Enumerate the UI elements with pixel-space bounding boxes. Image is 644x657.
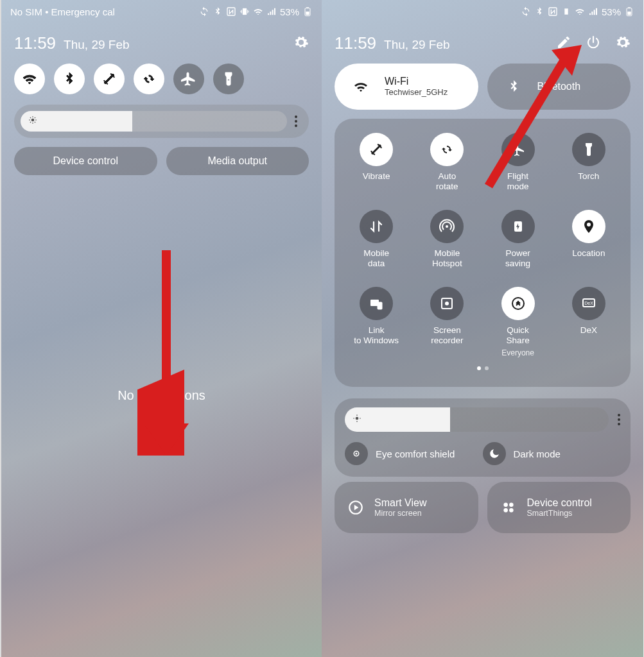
tile-auto-rotate[interactable]: Autorotate	[412, 133, 482, 192]
tile-label: DeX	[580, 325, 597, 346]
tile-icon	[501, 133, 535, 166]
vibrate-toggle[interactable]	[94, 64, 125, 94]
tile-subtitle: Everyone	[501, 348, 534, 357]
battery-icon	[624, 6, 634, 17]
tile-label: Screenrecorder	[431, 325, 463, 346]
tile-icon	[430, 133, 464, 166]
datetime-row: 11:59 Thu, 29 Feb	[1, 21, 322, 64]
bluetooth-status-icon	[534, 6, 544, 17]
device-control-title: Device control	[527, 497, 592, 509]
tile-label: MobileHotspot	[432, 248, 462, 269]
clock-time: 11:59	[335, 33, 376, 53]
tile-mobile-hotspot[interactable]: MobileHotspot	[412, 210, 482, 269]
clock-date: Thu, 29 Feb	[64, 38, 129, 52]
brightness-icon	[352, 414, 361, 425]
flight-mode-toggle[interactable]	[173, 64, 204, 94]
brightness-slider[interactable]	[345, 407, 609, 432]
sync-icon	[521, 6, 531, 17]
brightness-slider[interactable]	[21, 111, 287, 132]
smart-view-card[interactable]: Smart ViewMirror screen	[335, 482, 478, 533]
phone-right: 53% 11:59 Thu, 29 Feb Wi-Fi Techwiser_5G…	[322, 0, 643, 657]
status-bar: No SIM • Emergency cal 53%	[1, 0, 322, 21]
nfc-icon	[226, 6, 236, 17]
svg-rect-16	[564, 8, 568, 14]
quick-settings-panel: VibrateAutorotateFlightmodeTorchMobileda…	[335, 119, 631, 387]
sync-icon	[199, 6, 209, 17]
tile-quick-share[interactable]: QuickShareEveryone	[483, 287, 553, 357]
tile-torch[interactable]: Torch	[553, 133, 624, 192]
tile-icon: DeX	[572, 287, 605, 320]
vibrate-status-icon	[561, 6, 571, 17]
svg-point-37	[503, 502, 508, 507]
device-control-button[interactable]: Device control	[14, 147, 157, 175]
tile-vibrate[interactable]: Vibrate	[341, 133, 412, 192]
torch-toggle[interactable]	[213, 64, 244, 94]
tile-icon	[430, 287, 464, 320]
tile-mobile-data[interactable]: Mobiledata	[341, 210, 412, 269]
datetime-row: 11:59 Thu, 29 Feb	[322, 21, 643, 64]
settings-button[interactable]	[615, 35, 631, 53]
settings-button[interactable]	[293, 35, 309, 53]
tile-location[interactable]: Location	[553, 210, 624, 269]
svg-point-38	[509, 502, 514, 507]
media-output-button[interactable]: Media output	[166, 147, 309, 175]
brightness-more-button[interactable]	[618, 414, 620, 425]
tile-icon	[572, 133, 605, 166]
tile-label: Powersaving	[505, 248, 530, 269]
bluetooth-icon	[499, 72, 528, 101]
tile-label: Torch	[578, 171, 599, 192]
svg-point-20	[587, 149, 589, 151]
tile-label: Vibrate	[363, 171, 390, 192]
power-button[interactable]	[586, 35, 601, 53]
tile-icon	[360, 210, 393, 243]
tile-icon	[501, 210, 535, 243]
clock-time: 11:59	[14, 33, 56, 53]
brightness-icon	[28, 115, 37, 127]
bluetooth-tile[interactable]: Bluetooth	[487, 64, 631, 110]
svg-point-25	[445, 302, 449, 305]
tile-label: QuickShare	[507, 325, 530, 346]
device-control-subtitle: SmartThings	[527, 509, 592, 518]
wifi-toggle[interactable]	[14, 64, 45, 94]
wifi-status-icon	[253, 6, 263, 17]
annotation-arrow-down	[137, 250, 195, 456]
wifi-status-icon	[575, 6, 585, 17]
auto-rotate-toggle[interactable]	[134, 64, 164, 94]
battery-percent: 53%	[602, 6, 621, 17]
nfc-icon	[548, 6, 558, 17]
bluetooth-toggle[interactable]	[54, 64, 85, 94]
tile-link-to-windows[interactable]: Linkto Windows	[341, 287, 412, 357]
brightness-more-button[interactable]	[295, 115, 297, 127]
tile-screen-recorder[interactable]: Screenrecorder	[412, 287, 482, 357]
dark-mode-icon	[483, 442, 506, 465]
svg-rect-19	[627, 12, 631, 15]
edit-button[interactable]	[556, 35, 571, 53]
smart-view-subtitle: Mirror screen	[374, 509, 427, 518]
tile-flight-mode[interactable]: Flightmode	[483, 133, 553, 192]
dark-mode-toggle[interactable]: Dark mode	[483, 442, 621, 465]
svg-line-10	[30, 117, 31, 118]
tile-dex[interactable]: DeXDeX	[553, 287, 624, 357]
bluetooth-status-icon	[213, 6, 223, 17]
svg-line-11	[35, 122, 35, 123]
svg-point-29	[356, 417, 359, 420]
svg-point-35	[356, 453, 358, 455]
status-bar: 53%	[322, 0, 643, 21]
wifi-subtitle: Techwiser_5GHz	[385, 88, 448, 98]
svg-text:DeX: DeX	[584, 301, 593, 305]
wifi-tile[interactable]: Wi-Fi Techwiser_5GHz	[335, 64, 478, 110]
tile-label: Mobiledata	[363, 248, 389, 269]
svg-rect-18	[628, 7, 631, 8]
tile-power-saving[interactable]: Powersaving	[483, 210, 553, 269]
eye-comfort-toggle[interactable]: Eye comfort shield	[345, 442, 483, 465]
no-notifications-text: No notifications	[1, 388, 322, 403]
svg-point-39	[503, 508, 508, 513]
wifi-icon	[346, 72, 376, 101]
svg-point-5	[31, 119, 35, 122]
svg-line-13	[35, 117, 35, 118]
device-control-card[interactable]: Device controlSmartThings	[487, 482, 631, 533]
vibrate-status-icon	[239, 6, 250, 17]
tile-label: Location	[572, 248, 605, 269]
bluetooth-title: Bluetooth	[537, 81, 581, 92]
tile-icon	[430, 210, 464, 243]
